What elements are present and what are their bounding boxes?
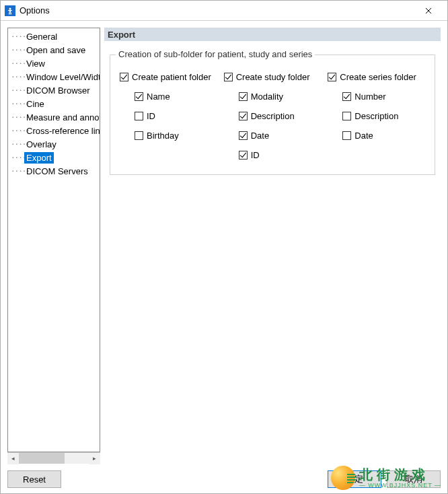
app-icon <box>5 5 15 16</box>
checkbox-icon[interactable] <box>135 92 143 101</box>
tree-item-label: Overlay <box>24 139 59 150</box>
svg-rect-2 <box>8 10 12 11</box>
ok-button-label: 确定 <box>346 473 363 485</box>
svg-rect-3 <box>9 12 10 14</box>
tree-item-measure-and-annotation[interactable]: ·····Measure and annotation <box>8 110 100 124</box>
tree-item-label: Open and save <box>24 44 87 56</box>
fieldset-legend: Creation of sub-folder for patient, stud… <box>116 49 315 59</box>
tree-item-label: Measure and annotation <box>24 112 100 123</box>
tree-item-label: Cine <box>24 98 46 110</box>
content-panel: Export Creation of sub-folder for patien… <box>104 28 441 464</box>
tree-item-general[interactable]: ·····General <box>8 30 100 43</box>
tree-dotline: ····· <box>11 113 23 122</box>
tree-item-label: General <box>24 31 59 42</box>
option-checkbox-description[interactable]: Description <box>328 106 425 126</box>
scroll-right-button[interactable]: ▸ <box>89 453 100 464</box>
tree-dotline: ····· <box>11 86 23 95</box>
checkbox-label: Create study folder <box>236 72 310 82</box>
page-title: Export <box>108 30 135 40</box>
close-button[interactable] <box>415 1 442 20</box>
scroll-track[interactable] <box>19 453 89 464</box>
checkbox-icon[interactable] <box>328 73 336 81</box>
checkbox-label: Create series folder <box>340 72 416 82</box>
checkbox-label: Date <box>354 131 373 141</box>
page-title-bar: Export <box>104 28 441 41</box>
checkbox-label: Description <box>251 111 295 121</box>
option-checkbox-name[interactable]: Name <box>120 87 217 106</box>
option-checkbox-date[interactable]: Date <box>328 126 425 145</box>
category-tree-wrap: ·····General·····Open and save·····View·… <box>7 28 100 464</box>
checkbox-icon[interactable] <box>342 92 351 101</box>
checkbox-label: Description <box>354 111 398 121</box>
checkbox-label: Modality <box>251 92 283 102</box>
tree-item-label: DICOM Servers <box>24 166 90 177</box>
cancel-button-label: 取消 <box>405 473 422 485</box>
option-checkbox-number[interactable]: Number <box>328 87 425 106</box>
heading-checkbox-create-patient-folder[interactable]: Create patient folder <box>120 67 217 87</box>
checkbox-label: ID <box>251 150 260 160</box>
checkbox-label: Number <box>354 92 385 102</box>
tree-item-open-and-save[interactable]: ·····Open and save <box>8 43 100 57</box>
tree-dotline: ····· <box>11 127 23 135</box>
option-column: Create patient folderNameIDBirthday <box>120 67 217 165</box>
checkbox-icon[interactable] <box>120 73 128 81</box>
tree-item-label: Export <box>24 152 54 164</box>
heading-checkbox-create-study-folder[interactable]: Create study folder <box>224 67 322 87</box>
tree-item-overlay[interactable]: ·····Overlay <box>8 137 100 151</box>
page-body: Creation of sub-folder for patient, stud… <box>104 41 441 464</box>
button-row: Reset 确定 取消 <box>7 464 441 488</box>
tree-item-label: Window Level/Width <box>24 71 100 83</box>
reset-button-label: Reset <box>23 474 46 485</box>
checkbox-icon[interactable] <box>239 151 248 160</box>
tree-dotline: ····· <box>11 32 23 41</box>
subfolder-fieldset: Creation of sub-folder for patient, stud… <box>110 55 435 175</box>
checkbox-icon[interactable] <box>342 131 351 140</box>
tree-item-dicom-servers[interactable]: ·····DICOM Servers <box>8 164 100 178</box>
checkbox-label: Birthday <box>147 131 179 141</box>
option-checkbox-modality[interactable]: Modality <box>224 87 322 106</box>
titlebar: Options <box>1 1 447 21</box>
category-tree[interactable]: ·····General·····Open and save·····View·… <box>7 28 100 452</box>
tree-item-label: Cross-reference line <box>24 125 100 137</box>
cancel-button[interactable]: 取消 <box>387 470 441 488</box>
checkbox-icon[interactable] <box>135 112 143 120</box>
close-icon <box>425 7 432 14</box>
tree-dotline: ····· <box>11 153 23 162</box>
checkbox-label: Date <box>251 131 269 141</box>
tree-item-cine[interactable]: ·····Cine <box>8 97 100 110</box>
tree-dotline: ····· <box>11 100 23 108</box>
tree-dotline: ····· <box>11 167 23 176</box>
checkbox-icon[interactable] <box>239 131 248 140</box>
tree-dotline: ····· <box>11 59 23 68</box>
checkbox-icon[interactable] <box>239 112 248 120</box>
option-column: Create study folderModalityDescriptionDa… <box>224 67 322 165</box>
checkbox-icon[interactable] <box>342 112 351 120</box>
tree-item-cross-reference-line[interactable]: ·····Cross-reference line <box>8 124 100 137</box>
checkbox-label: Name <box>147 92 170 102</box>
client-area: ·····General·····Open and save·····View·… <box>1 21 447 493</box>
scroll-thumb[interactable] <box>19 453 65 464</box>
option-checkbox-description[interactable]: Description <box>224 106 322 126</box>
checkbox-icon[interactable] <box>239 92 248 101</box>
tree-dotline: ····· <box>11 140 23 149</box>
tree-item-window-level-width[interactable]: ·····Window Level/Width <box>8 70 100 83</box>
option-checkbox-date[interactable]: Date <box>224 126 322 145</box>
option-checkbox-birthday[interactable]: Birthday <box>120 126 217 145</box>
tree-item-view[interactable]: ·····View <box>8 57 100 70</box>
reset-button[interactable]: Reset <box>7 470 61 488</box>
scroll-left-button[interactable]: ◂ <box>7 453 19 464</box>
heading-checkbox-create-series-folder[interactable]: Create series folder <box>328 67 425 87</box>
tree-item-dicom-browser[interactable]: ·····DICOM Browser <box>8 83 100 97</box>
tree-dotline: ····· <box>11 73 23 81</box>
tree-item-export[interactable]: ·····Export <box>8 151 100 164</box>
svg-rect-4 <box>11 12 12 14</box>
tree-item-label: View <box>24 58 47 69</box>
ok-button[interactable]: 确定 <box>328 470 381 488</box>
option-checkbox-id[interactable]: ID <box>224 145 322 165</box>
option-checkbox-id[interactable]: ID <box>120 106 217 126</box>
option-column: Create series folderNumberDescriptionDat… <box>328 67 425 165</box>
tree-item-label: DICOM Browser <box>24 85 92 96</box>
checkbox-icon[interactable] <box>135 131 143 140</box>
checkbox-icon[interactable] <box>224 73 233 81</box>
horizontal-scrollbar[interactable]: ◂ ▸ <box>7 452 100 464</box>
